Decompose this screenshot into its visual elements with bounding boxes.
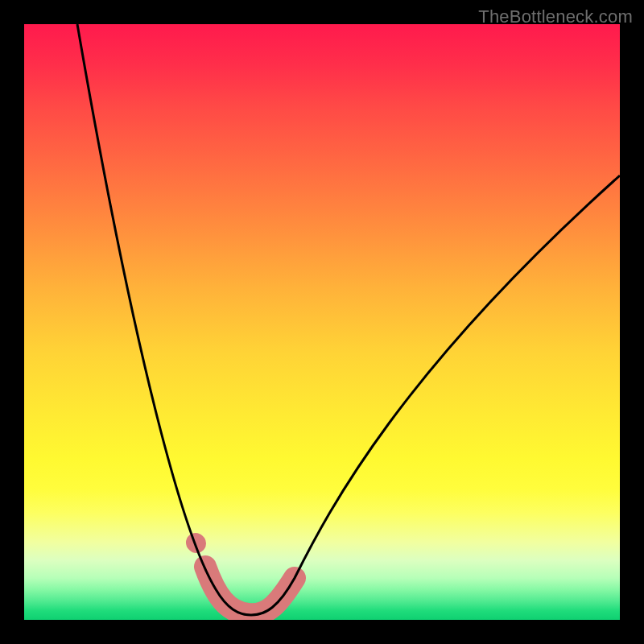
background-gradient (24, 24, 620, 620)
chart-area (24, 24, 620, 620)
watermark-text: TheBottleneck.com (478, 6, 633, 27)
